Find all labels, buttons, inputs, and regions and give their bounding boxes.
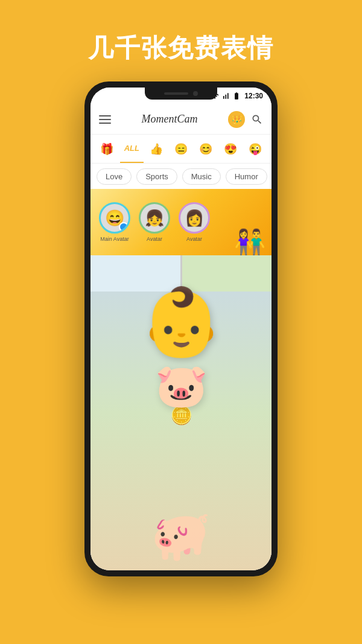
content-area: 👶 🐷 🪙 🐖 [91, 255, 272, 570]
avatar-circle-2: 👧 [139, 202, 170, 234]
category-all[interactable]: ALL [120, 135, 144, 163]
avatar-banner: 😄 Main Avatar 👧 Avatar 👩 Avatar 👫 [91, 189, 272, 255]
status-time: 12:30 [244, 92, 263, 100]
avatar-label-2: Avatar [147, 236, 162, 242]
pill-music[interactable]: Music [182, 168, 221, 185]
search-icon[interactable] [251, 113, 263, 126]
main-avatar-item[interactable]: 😄 Main Avatar [99, 202, 130, 242]
vip-button[interactable]: 👑 [228, 111, 245, 128]
baby-illustration: 👶 [91, 289, 272, 355]
phone-notch [145, 88, 217, 100]
signal-icon [221, 92, 230, 100]
camera [193, 91, 198, 96]
speaker [164, 92, 188, 95]
category-icons-row: 🎁 ALL 👍 😑 😊 😍 😜 [91, 135, 272, 164]
avatar-item-2[interactable]: 👧 Avatar [139, 202, 170, 242]
piggy-bank-illustration: 🐷 [91, 361, 272, 410]
avatar-label-3: Avatar [186, 236, 202, 242]
content-background: 👶 🐷 🪙 🐖 [91, 255, 272, 570]
category-face3[interactable]: 😍 [218, 135, 242, 163]
banner-couple-illustration: 👫 [234, 230, 265, 255]
all-label: ALL [124, 144, 139, 153]
main-avatar-circle: 😄 [99, 202, 130, 234]
avatar-face-2: 👧 [141, 204, 168, 232]
phone-frame: 12:30 MomentCam 👑 🎁 [84, 81, 278, 576]
category-face4[interactable]: 😜 [243, 135, 267, 163]
phone-screen: 12:30 MomentCam 👑 🎁 [91, 88, 272, 570]
category-face2[interactable]: 😊 [194, 135, 217, 163]
pill-humor[interactable]: Humor [226, 168, 267, 185]
hamburger-menu-button[interactable] [99, 115, 111, 124]
battery-icon [232, 92, 241, 100]
page-headline: 几千张免费表情 [88, 33, 274, 63]
category-gift[interactable]: 🎁 [95, 135, 119, 163]
app-logo: MomentCam [142, 113, 198, 126]
avatar-item-3[interactable]: 👩 Avatar [179, 202, 210, 242]
avatar-badge [119, 222, 129, 232]
app-header: MomentCam 👑 [91, 104, 272, 135]
category-face1[interactable]: 😑 [170, 135, 193, 163]
main-avatar-label: Main Avatar [100, 236, 129, 242]
filter-pills-row: Love Sports Music Humor Rom [91, 164, 272, 189]
avatar-face-3: 👩 [180, 204, 208, 232]
category-like[interactable]: 👍 [145, 135, 168, 163]
header-actions: 👑 [228, 111, 263, 128]
pill-love[interactable]: Love [97, 168, 132, 185]
bottom-piggy: 🐖 [151, 508, 211, 564]
avatar-circle-3: 👩 [179, 202, 210, 234]
pill-sports[interactable]: Sports [136, 168, 177, 185]
